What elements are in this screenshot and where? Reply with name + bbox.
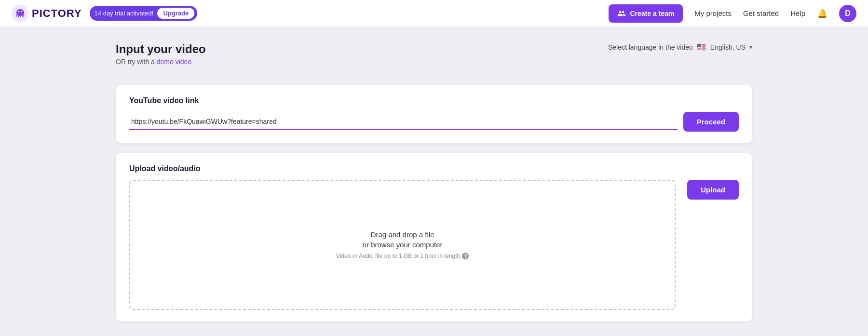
svg-point-3 [21,11,23,12]
proceed-button[interactable]: Proceed [683,112,739,132]
language-value: English, US [710,43,746,51]
page-subtitle: OR try with a demo video [116,58,206,66]
upload-button[interactable]: Upload [687,180,739,200]
logo-icon [12,5,29,22]
youtube-card: YouTube video link Proceed [116,85,752,143]
team-icon [617,9,626,18]
youtube-card-title: YouTube video link [129,96,739,105]
youtube-row: Proceed [129,112,739,132]
header-right: Create a team My projects Get started He… [609,4,856,23]
language-label: Select language in the video [608,43,693,51]
svg-point-2 [18,11,20,12]
subtitle-prefix: OR try with a [116,58,155,66]
file-dropzone[interactable]: Drag and drop a file or browse your comp… [129,180,676,310]
upload-card: Upload video/audio Drag and drop a file … [116,153,752,322]
dropzone-line1: Drag and drop a file [371,230,434,239]
upgrade-button[interactable]: Upgrade [157,8,194,19]
main-content: Input your video OR try with a demo vide… [0,27,868,336]
nav-get-started[interactable]: Get started [743,9,779,17]
nav-help[interactable]: Help [790,9,805,17]
notification-bell-icon[interactable]: 🔔 [817,8,827,19]
page-header: Input your video OR try with a demo vide… [116,42,206,66]
create-team-label: Create a team [630,10,674,17]
page-top-row: Input your video OR try with a demo vide… [116,42,752,75]
upload-row: Drag and drop a file or browse your comp… [129,180,739,310]
language-selector[interactable]: Select language in the video 🇺🇸 English,… [608,42,752,52]
upload-card-title: Upload video/audio [129,164,739,173]
dropzone-hint-text: Video or Audio file up to 1 GB or 1 hour… [336,253,460,259]
info-icon: ? [462,253,469,259]
trial-text: 14 day trial activated! [95,10,154,17]
trial-badge: 14 day trial activated! Upgrade [90,6,198,21]
header: PICTORY 14 day trial activated! Upgrade … [0,0,868,27]
logo-text: PICTORY [32,7,82,20]
dropzone-line2: or browse your computer [363,241,443,249]
dropzone-hint: Video or Audio file up to 1 GB or 1 hour… [336,253,469,259]
demo-video-link[interactable]: demo video [157,58,191,66]
youtube-url-input[interactable] [129,114,678,130]
flag-icon: 🇺🇸 [697,42,706,52]
nav-my-projects[interactable]: My projects [694,9,732,17]
avatar[interactable]: D [839,5,856,22]
page-title: Input your video [116,42,206,56]
chevron-down-icon: ▾ [749,44,752,51]
header-left: PICTORY 14 day trial activated! Upgrade [12,5,197,22]
logo[interactable]: PICTORY [12,5,82,22]
create-team-button[interactable]: Create a team [609,4,683,23]
